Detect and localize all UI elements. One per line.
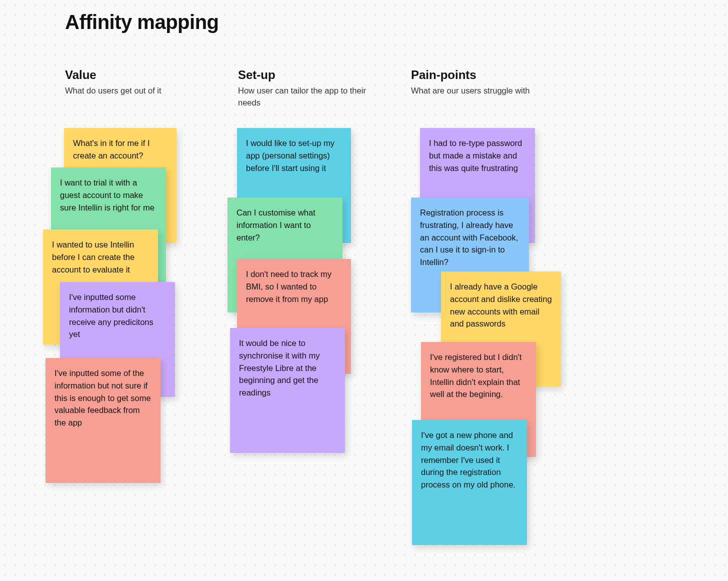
column-header-pain: Pain-points What are our users struggle …	[411, 68, 541, 97]
column-heading: Set-up	[238, 68, 368, 82]
column-heading: Pain-points	[411, 68, 541, 82]
column-subheading: How user can tailor the app to their nee…	[238, 85, 368, 109]
column-subheading: What are our users struggle with	[411, 85, 541, 97]
sticky-note[interactable]: I've inputted some of the information bu…	[46, 358, 160, 483]
sticky-note[interactable]: It would be nice to synchronise it with …	[230, 328, 345, 453]
column-subheading: What do users get out of it	[65, 85, 195, 97]
page-title: Affinity mapping	[65, 11, 219, 34]
column-header-value: Value What do users get out of it	[65, 68, 195, 97]
column-heading: Value	[65, 68, 195, 82]
sticky-note[interactable]: I've got a new phone and my email doesn'…	[412, 420, 527, 545]
column-header-setup: Set-up How user can tailor the app to th…	[238, 68, 368, 109]
